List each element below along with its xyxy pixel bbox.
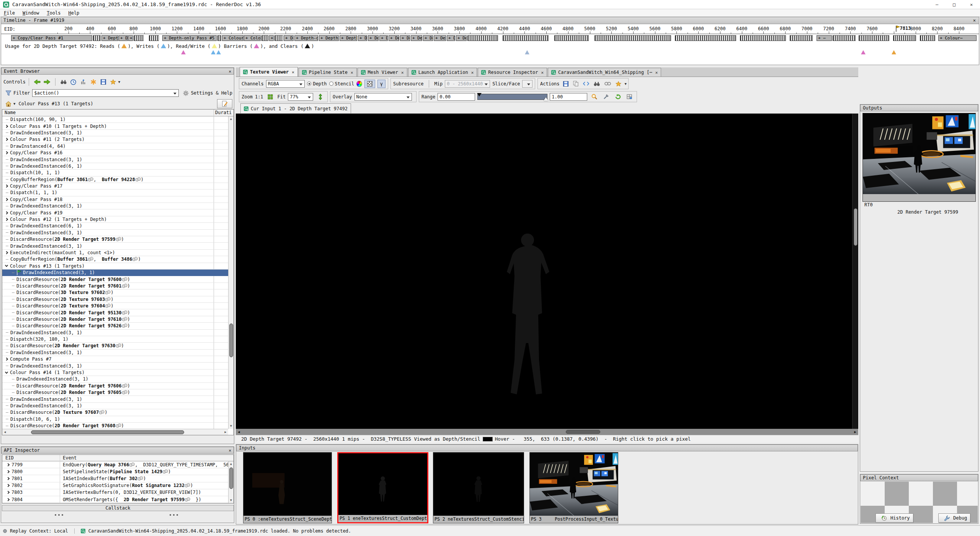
api-inspector-header[interactable]: EID Event	[2, 455, 234, 461]
api-row[interactable]: 7800SetPipelineState(Pipeline State 1429…	[2, 468, 228, 475]
event-row[interactable]: ExecuteIndirect(maxCount 1, count <1>)	[2, 250, 228, 256]
history-button[interactable]: History	[875, 513, 913, 523]
event-row[interactable]: DrawIndexedInstanced(3, 1)	[2, 156, 228, 163]
tab-close-icon[interactable]: ✕	[655, 70, 658, 75]
column-name[interactable]: Name	[5, 110, 16, 115]
bookmark-star-icon[interactable]	[109, 78, 117, 86]
minimize-button[interactable]: –	[928, 0, 946, 9]
event-row[interactable]: Copy/Clear Pass #18	[2, 196, 228, 203]
timeline-event-marks[interactable]	[274, 35, 283, 41]
timeline-event-marks[interactable]	[740, 35, 786, 41]
close-button[interactable]: ✕	[963, 0, 980, 9]
event-row[interactable]: DrawIndexedInstanced(3, 1)	[2, 330, 228, 336]
tab-caravansandwitch-win64-shipping[interactable]: CaravanSandWitch_Win64_Shipping [⋯✕	[548, 68, 661, 77]
event-row[interactable]: DiscardResource(2D Render Target 97610)	[2, 316, 228, 323]
bookmark-dropdown-icon[interactable]: ▼	[118, 80, 120, 84]
viewport-hscrollbar[interactable]: ◀ ▶	[236, 429, 858, 435]
expand-collapsed-icon[interactable]	[5, 198, 8, 201]
home-icon[interactable]	[5, 100, 12, 108]
timeline-pass-segment[interactable]: + De⋯	[119, 35, 128, 41]
tab-close-icon[interactable]: ✕	[292, 70, 294, 75]
timeline-pass-segment[interactable]: + Dep⋯	[411, 35, 422, 41]
timeline-pass-segment[interactable]: + D⋯	[358, 35, 367, 41]
find-event-icon[interactable]	[60, 78, 67, 86]
timeline-event-marks[interactable]	[503, 35, 549, 41]
event-row[interactable]: Colour Pass #11 (2 Targets)	[2, 136, 228, 143]
statistics-icon[interactable]	[80, 78, 87, 86]
actions-dropdown-icon[interactable]: ▼	[625, 82, 627, 86]
api-row[interactable]: 7799EndQuery(Query Heap 3766, D3D12_QUER…	[2, 461, 228, 468]
event-row[interactable]: DrawIndexedInstanced(3, 1)	[2, 230, 228, 236]
tab-close-icon[interactable]: ✕	[351, 70, 353, 75]
settings-gear-icon[interactable]	[182, 89, 190, 97]
event-row[interactable]: DiscardResource(2D Render Target 97608)	[2, 423, 228, 429]
expand-collapsed-icon[interactable]	[5, 151, 8, 154]
api-row[interactable]: 7804OMSetRenderTargets({ 2D Render Targe…	[2, 496, 228, 503]
event-row[interactable]: DiscardResource(2D Render Target 97626)	[2, 323, 228, 329]
range-slider[interactable]	[477, 94, 547, 100]
save-texture-icon[interactable]	[563, 80, 568, 88]
expand-collapsed-icon[interactable]	[5, 251, 8, 254]
event-row[interactable]: DrawIndexedInstanced(3, 1)	[2, 203, 228, 209]
menu-tools[interactable]: Tools	[43, 9, 64, 17]
save-icon[interactable]	[100, 78, 107, 86]
timeline-event-marks[interactable]	[149, 35, 159, 41]
menu-window[interactable]: Window	[19, 9, 43, 17]
tab-close-icon[interactable]: ✕	[471, 70, 474, 75]
checkerboard-background-button[interactable]	[364, 80, 375, 88]
step-forward-icon[interactable]	[43, 78, 51, 86]
expand-collapsed-icon[interactable]	[5, 218, 8, 221]
event-row[interactable]: Compute Pass #7	[2, 356, 228, 363]
event-row[interactable]: DiscardResource(2D Render Target 97600)	[2, 276, 228, 283]
timeline-event-marks[interactable]	[134, 35, 144, 41]
event-row[interactable]: DrawIndexedInstanced(6, 1)	[2, 223, 228, 229]
resource-link-icon[interactable]	[604, 80, 611, 88]
fit-button[interactable]: Fit	[278, 94, 286, 100]
event-row[interactable]: DrawIndexedInstanced(6, 1)	[2, 163, 228, 170]
event-browser-vscrollbar[interactable]: ▲ ▼	[228, 116, 234, 429]
expand-collapsed-icon[interactable]	[7, 477, 10, 480]
expand-collapsed-icon[interactable]	[5, 124, 8, 127]
event-row[interactable]: DiscardResource(2D Render Target 97601)	[2, 283, 228, 289]
slice-select[interactable]	[522, 80, 532, 88]
event-row[interactable]: DrawInstanced(4, 64)	[2, 143, 228, 150]
mip-select[interactable]: 0 - 2560x1440	[445, 80, 490, 88]
event-row[interactable]: DrawIndexedInstanced(3, 1)	[2, 350, 228, 356]
input-thumbnail-1[interactable]: PS 1 eneTexturesStruct_CustomDepthTextu	[337, 452, 428, 523]
event-row[interactable]: Colour Pass #10 (1 Targets + Depth)	[2, 123, 228, 129]
settings-help-link[interactable]: Settings & Help	[191, 90, 232, 96]
timeline-event-marks[interactable]	[833, 35, 856, 41]
inputs-title[interactable]: Inputs	[236, 444, 858, 451]
event-row[interactable]: Dispatch(1, 1, 1)	[2, 190, 228, 196]
timeline-event-marks[interactable]	[261, 35, 268, 41]
event-row[interactable]: Colour Pass #14 (1 Targets)	[2, 369, 228, 376]
event-row[interactable]: CopyBufferRegion(Buffer 3861, Buffer 942…	[2, 176, 228, 183]
usage-marker-triangle-icon[interactable]	[525, 50, 529, 54]
flip-y-icon[interactable]	[317, 93, 324, 101]
usage-marker-triangle-icon[interactable]	[211, 50, 216, 54]
autofit-picker-icon[interactable]	[603, 93, 610, 101]
timeline-event-marks[interactable]	[595, 35, 671, 41]
timeline-event-marks[interactable]	[554, 35, 589, 41]
timeline-pass-segment[interactable]: + De⋯	[389, 35, 399, 41]
timeline-pass-segment[interactable]: + Depth-onl⋯	[294, 35, 318, 41]
texture-viewport[interactable]	[236, 114, 852, 429]
color-wheel-icon[interactable]	[356, 81, 362, 87]
viewport-vscrollbar[interactable]	[852, 114, 858, 429]
timeline-pass-segment[interactable]: + D⋯	[284, 35, 294, 41]
timeline-eid-ruler[interactable]: EID: 20040060080010001200140016001800200…	[1, 25, 979, 34]
event-row[interactable]: DiscardResource(3D Texture 97602)	[2, 289, 228, 296]
event-row[interactable]: Dispatch(10, 6, 1)	[2, 416, 228, 423]
timeline-event-marks[interactable]	[893, 35, 916, 41]
event-row[interactable]: Copy/Clear Pass #16	[2, 150, 228, 156]
find-texture-icon[interactable]	[594, 80, 600, 88]
expand-collapsed-icon[interactable]	[5, 185, 8, 188]
one-to-one-button[interactable]: 1:1	[255, 94, 263, 100]
expand-open-icon[interactable]	[5, 370, 8, 373]
event-row[interactable]: Colour Pass #12 (1 Targets + Depth)	[2, 216, 228, 223]
open-code-icon[interactable]	[583, 80, 589, 88]
api-inspector-title[interactable]: API Inspector ✕	[1, 447, 234, 454]
api-inspector-vscrollbar[interactable]: ▲ ▼	[228, 461, 234, 503]
event-row[interactable]: Copy/Clear Pass #17	[2, 183, 228, 190]
timeline-event-marks[interactable]	[93, 35, 101, 41]
